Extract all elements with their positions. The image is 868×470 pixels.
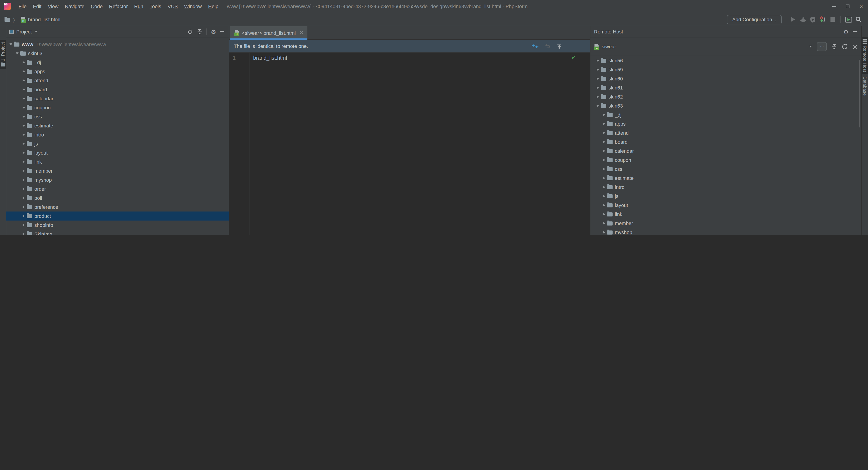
tree-row-estimate[interactable]: estimate — [590, 174, 861, 183]
expand-arrow-icon[interactable] — [601, 140, 607, 143]
expand-arrow-icon[interactable] — [21, 160, 26, 163]
expand-arrow-icon[interactable] — [21, 97, 26, 100]
expand-arrow-icon[interactable] — [601, 195, 607, 197]
tree-row-link[interactable]: link — [590, 210, 861, 219]
gear-icon[interactable]: ⚙ — [843, 29, 848, 35]
tree-row-board[interactable]: board — [590, 137, 861, 147]
toolwindow-button-project[interactable]: 1: Project — [0, 40, 6, 69]
expand-arrow-icon[interactable] — [21, 151, 26, 154]
expand-arrow-icon[interactable] — [601, 213, 607, 216]
tree-row-SkinImg[interactable]: SkinImg — [6, 229, 229, 235]
toolwindow-button-database[interactable]: Database — [862, 74, 868, 98]
collapse-all-icon[interactable] — [832, 44, 837, 49]
tree-row-apps[interactable]: apps — [6, 67, 229, 76]
tree-row-layout[interactable]: layout — [590, 201, 861, 210]
menu-vcs[interactable]: VCS — [164, 4, 181, 9]
menu-file[interactable]: File — [16, 4, 30, 9]
tree-row-attend[interactable]: attend — [590, 128, 861, 137]
menu-edit[interactable]: Edit — [30, 4, 45, 9]
hide-panel-icon[interactable] — [220, 31, 224, 32]
expand-arrow-icon[interactable] — [21, 233, 26, 235]
tree-row-attend[interactable]: attend — [6, 76, 229, 85]
tree-row-skin56[interactable]: skin56 — [590, 56, 861, 65]
expand-arrow-icon[interactable] — [595, 95, 600, 98]
locate-file-icon[interactable] — [187, 29, 193, 35]
expand-arrow-icon[interactable] — [21, 79, 26, 82]
tree-row-_dj[interactable]: _dj — [6, 58, 229, 67]
tab-close-icon[interactable]: ✕ — [299, 30, 303, 36]
menu-tools[interactable]: Tools — [147, 4, 164, 9]
maximize-button[interactable] — [841, 0, 855, 12]
tree-row-link[interactable]: link — [6, 157, 229, 166]
upload-icon[interactable] — [557, 43, 562, 49]
tree-row-calendar[interactable]: calendar — [6, 94, 229, 103]
collapse-arrow-icon[interactable] — [595, 105, 600, 107]
menu-navigate[interactable]: Navigate — [62, 4, 88, 9]
expand-arrow-icon[interactable] — [601, 177, 607, 180]
tree-row-myshop[interactable]: myshop — [6, 175, 229, 184]
tree-row-skin59[interactable]: skin59 — [590, 65, 861, 74]
expand-arrow-icon[interactable] — [595, 68, 600, 71]
tree-row-shopinfo[interactable]: shopinfo — [6, 221, 229, 229]
debug-icon[interactable] — [798, 14, 808, 24]
menu-help[interactable]: Help — [205, 4, 221, 9]
expand-arrow-icon[interactable] — [21, 188, 26, 190]
expand-arrow-icon[interactable] — [601, 231, 607, 233]
expand-arrow-icon[interactable] — [601, 168, 607, 170]
run-icon[interactable] — [788, 14, 798, 24]
expand-arrow-icon[interactable] — [21, 61, 26, 64]
expand-arrow-icon[interactable] — [21, 224, 26, 226]
expand-arrow-icon[interactable] — [595, 59, 600, 62]
tree-row-js[interactable]: js — [6, 139, 229, 148]
expand-arrow-icon[interactable] — [595, 86, 600, 89]
tree-row-js[interactable]: js — [590, 192, 861, 201]
breadcrumb-file[interactable]: brand_list.html — [28, 17, 60, 22]
tree-row-preference[interactable]: preference — [6, 202, 229, 212]
refresh-icon[interactable] — [842, 43, 848, 50]
expand-arrow-icon[interactable] — [601, 222, 607, 225]
expand-arrow-icon[interactable] — [21, 206, 26, 208]
stop-icon[interactable] — [828, 14, 838, 24]
expand-arrow-icon[interactable] — [21, 70, 26, 73]
tree-row-product[interactable]: product — [6, 212, 229, 221]
close-icon[interactable] — [852, 44, 858, 49]
tree-row-apps[interactable]: apps — [590, 119, 861, 128]
collapse-all-icon[interactable] — [197, 29, 202, 34]
tree-row-css[interactable]: css — [590, 164, 861, 174]
expand-arrow-icon[interactable] — [601, 123, 607, 125]
tree-row-estimate[interactable]: estimate — [6, 121, 229, 130]
expand-arrow-icon[interactable] — [601, 131, 607, 134]
tree-row-coupon[interactable]: coupon — [590, 155, 861, 164]
tree-row-order[interactable]: order — [6, 184, 229, 193]
expand-arrow-icon[interactable] — [601, 159, 607, 161]
expand-arrow-icon[interactable] — [21, 124, 26, 127]
tree-row-coupon[interactable]: coupon — [6, 103, 229, 112]
remote-server-name[interactable]: siwear — [602, 44, 616, 49]
tree-row-member[interactable]: member — [6, 166, 229, 175]
inspection-ok-icon[interactable]: ✓ — [571, 54, 576, 61]
tree-row-member[interactable]: member — [590, 219, 861, 228]
chevron-down-icon[interactable] — [35, 31, 38, 33]
project-panel-title[interactable]: Project — [16, 29, 32, 34]
tree-row-skin60[interactable]: skin60 — [590, 74, 861, 83]
add-configuration-button[interactable]: Add Configuration... — [727, 15, 782, 24]
tree-row-skin63[interactable]: skin63 — [590, 101, 861, 110]
menu-refactor[interactable]: Refactor — [106, 4, 131, 9]
tree-row-board[interactable]: board — [6, 85, 229, 94]
undo-icon[interactable] — [545, 43, 550, 49]
expand-arrow-icon[interactable] — [595, 77, 600, 80]
menu-run[interactable]: Run — [131, 4, 146, 9]
expand-arrow-icon[interactable] — [21, 106, 26, 109]
run-anything-icon[interactable] — [844, 14, 854, 24]
expand-arrow-icon[interactable] — [21, 169, 26, 172]
tree-row-calendar[interactable]: calendar — [590, 147, 861, 155]
expand-arrow-icon[interactable] — [21, 133, 26, 136]
tree-row-skin61[interactable]: skin61 — [590, 83, 861, 92]
search-everywhere-icon[interactable] — [854, 14, 864, 24]
close-button[interactable]: × — [855, 0, 868, 12]
compare-remote-icon[interactable] — [532, 43, 538, 49]
tree-row-poll[interactable]: poll — [6, 193, 229, 202]
menu-code[interactable]: Code — [88, 4, 106, 9]
expand-arrow-icon[interactable] — [21, 179, 26, 181]
expand-arrow-icon[interactable] — [601, 114, 607, 116]
